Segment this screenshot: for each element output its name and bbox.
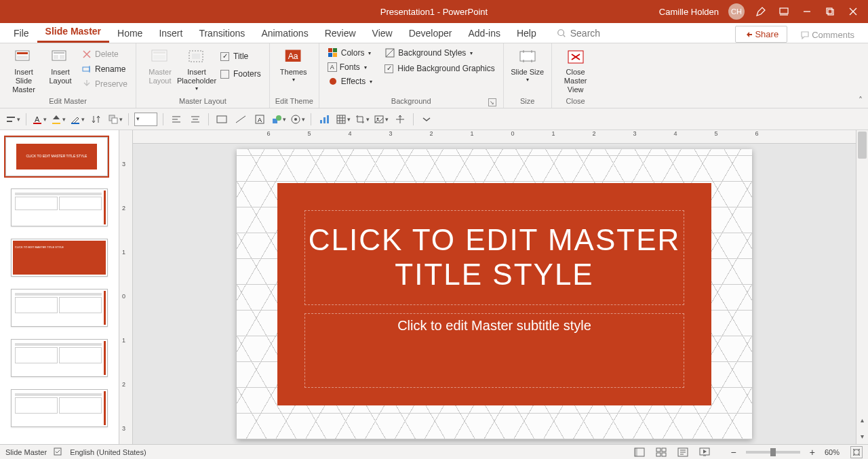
- svg-rect-2: [828, 9, 833, 15]
- display-mode-icon[interactable]: [777, 5, 791, 18]
- pen-icon[interactable]: [754, 5, 768, 18]
- next-slide-button[interactable]: ▾: [856, 428, 868, 444]
- svg-rect-51: [656, 448, 660, 452]
- title-placeholder[interactable]: Click to edit Master title style: [304, 210, 684, 305]
- svg-point-39: [276, 115, 281, 121]
- user-avatar[interactable]: CH: [728, 3, 745, 20]
- reading-view-button[interactable]: [675, 446, 690, 458]
- share-button[interactable]: Share: [735, 26, 787, 43]
- line-shape-button[interactable]: [233, 112, 248, 127]
- group-label-close: Close: [557, 96, 594, 108]
- effects-button[interactable]: Effects▾: [325, 75, 375, 88]
- normal-view-button[interactable]: [632, 446, 647, 458]
- svg-rect-31: [52, 123, 60, 124]
- outline-color-button[interactable]: [70, 112, 85, 127]
- align-center-button[interactable]: [188, 112, 203, 127]
- tab-addins[interactable]: Add-ins: [460, 24, 508, 43]
- subtitle-placeholder[interactable]: Click to edit Master subtitle style: [304, 313, 684, 388]
- scrollbar-thumb[interactable]: [858, 132, 867, 159]
- colors-button[interactable]: Colors▾: [325, 46, 375, 60]
- insert-placeholder-button[interactable]: Insert Placeholder▾: [178, 45, 215, 92]
- collapse-ribbon-icon[interactable]: ˄: [859, 96, 863, 105]
- align-objects-button[interactable]: [5, 112, 20, 127]
- tab-home[interactable]: Home: [109, 24, 151, 43]
- fill-color-button[interactable]: [51, 112, 66, 127]
- layout-thumbnail-5[interactable]: [11, 389, 108, 427]
- fonts-button[interactable]: AFonts▾: [325, 61, 375, 73]
- vertical-scrollbar[interactable]: ▴ ▾: [856, 130, 868, 444]
- spellcheck-icon[interactable]: [54, 447, 63, 458]
- zoom-in-button[interactable]: +: [810, 447, 815, 458]
- crop-button[interactable]: [355, 112, 370, 127]
- sort-button[interactable]: [89, 112, 104, 127]
- maximize-button[interactable]: [823, 5, 837, 18]
- text-box-button[interactable]: A: [252, 112, 267, 127]
- close-button[interactable]: [846, 5, 860, 18]
- svg-point-47: [376, 117, 378, 119]
- tab-help[interactable]: Help: [509, 24, 545, 43]
- svg-rect-14: [153, 55, 165, 60]
- zoom-out-button[interactable]: −: [731, 447, 736, 458]
- title-checkbox[interactable]: Title: [218, 50, 264, 62]
- layout-thumbnail-4[interactable]: [11, 339, 108, 377]
- smartart-button[interactable]: [290, 112, 305, 127]
- status-language[interactable]: English (United States): [70, 448, 146, 456]
- tell-me-search[interactable]: Search: [554, 24, 603, 43]
- minimize-button[interactable]: [800, 5, 814, 18]
- tab-file[interactable]: File: [5, 24, 37, 43]
- group-edit-theme: Aa Themes▾ Edit Theme: [270, 43, 319, 108]
- subtitle-placeholder-text: Click to edit Master subtitle style: [397, 318, 591, 333]
- quick-format-toolbar: A A: [0, 108, 868, 130]
- fit-to-window-button[interactable]: [850, 446, 863, 458]
- rectangle-shape-button[interactable]: [214, 112, 229, 127]
- insert-slide-master-button[interactable]: Insert Slide Master: [5, 45, 42, 95]
- comments-button[interactable]: Comments: [793, 27, 863, 43]
- tab-transitions[interactable]: Transitions: [191, 24, 253, 43]
- group-size: Slide Size▾ Size: [504, 43, 552, 108]
- background-styles-button[interactable]: Background Styles▾: [382, 46, 497, 60]
- slide-canvas[interactable]: Click to edit Master title style Click t…: [133, 144, 856, 444]
- tab-developer[interactable]: Developer: [401, 24, 460, 43]
- font-color-button[interactable]: A: [32, 112, 47, 127]
- selection-pane-button[interactable]: [393, 112, 408, 127]
- theme-color-swatch[interactable]: [134, 113, 157, 126]
- user-name[interactable]: Camille Holden: [659, 7, 719, 17]
- picture-button[interactable]: [374, 112, 389, 127]
- slide-sorter-button[interactable]: [654, 446, 669, 458]
- thumbnail-pane[interactable]: CLICK TO EDIT MASTER TITLE STYLE CLICK T…: [0, 130, 119, 444]
- master-thumbnail[interactable]: CLICK TO EDIT MASTER TITLE STYLE: [5, 137, 108, 176]
- arrange-button[interactable]: [108, 112, 123, 127]
- slide-master[interactable]: Click to edit Master title style Click t…: [237, 149, 752, 439]
- layout-thumbnail-3[interactable]: [11, 289, 108, 327]
- slideshow-button[interactable]: [697, 446, 712, 458]
- rename-button[interactable]: Rename: [79, 62, 130, 76]
- layout-thumbnail-2[interactable]: CLICK TO EDIT MASTER TITLE STYLE: [11, 239, 108, 277]
- hide-bg-checkbox[interactable]: Hide Background Graphics: [382, 62, 497, 75]
- layout-thumbnail-1[interactable]: [11, 188, 108, 226]
- zoom-level[interactable]: 60%: [825, 448, 840, 456]
- chart-button[interactable]: [317, 112, 332, 127]
- align-left-button[interactable]: [169, 112, 184, 127]
- zoom-knob[interactable]: [770, 448, 776, 456]
- tab-slide-master[interactable]: Slide Master: [37, 22, 109, 43]
- svg-rect-27: [7, 117, 15, 118]
- status-mode: Slide Master: [5, 448, 47, 456]
- close-master-view-button[interactable]: Close Master View: [557, 45, 594, 95]
- svg-rect-52: [662, 448, 666, 452]
- more-commands-button[interactable]: [419, 112, 434, 127]
- tab-insert[interactable]: Insert: [151, 24, 191, 43]
- insert-layout-button[interactable]: Insert Layout: [42, 45, 79, 85]
- themes-button[interactable]: Aa Themes▾: [275, 45, 312, 83]
- status-bar: Slide Master English (United States) − +…: [0, 444, 868, 459]
- prev-slide-button[interactable]: ▴: [856, 412, 868, 428]
- background-dialog-launcher[interactable]: ↘: [488, 98, 496, 106]
- zoom-slider[interactable]: [746, 451, 800, 454]
- shapes-button[interactable]: [271, 112, 286, 127]
- slide-size-button[interactable]: Slide Size▾: [509, 45, 546, 83]
- svg-text:A: A: [35, 115, 40, 123]
- tab-animations[interactable]: Animations: [253, 24, 316, 43]
- footers-checkbox[interactable]: Footers: [218, 68, 264, 80]
- table-button[interactable]: [336, 112, 351, 127]
- tab-review[interactable]: Review: [317, 24, 364, 43]
- tab-view[interactable]: View: [364, 24, 401, 43]
